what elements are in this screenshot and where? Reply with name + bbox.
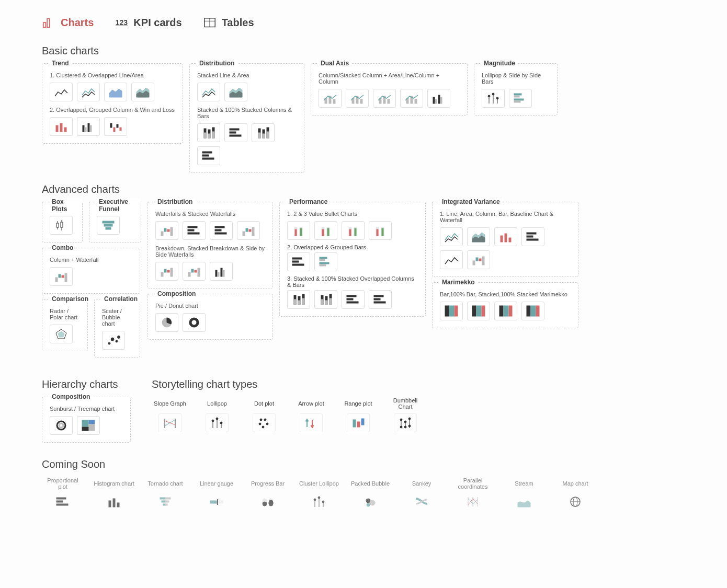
chart-overlapped-line[interactable] (77, 83, 100, 101)
chart-variance-waterfall[interactable] (467, 250, 490, 269)
chart-100stacked-overlapped-bar[interactable] (369, 290, 392, 309)
chart-variance-bar[interactable] (521, 227, 544, 246)
chart-overlapped-area[interactable] (131, 83, 154, 101)
coming-item-label: Tornado chart (144, 477, 186, 490)
coming-item-icon (154, 492, 177, 511)
group-magnitude: Magnitude Lollipop & Side by Side Bars (474, 63, 558, 116)
chart-breakdown-waterfall[interactable] (155, 262, 178, 281)
group-performance-title: Performance (286, 198, 331, 205)
story-item-3[interactable]: Arrow plot (293, 397, 330, 432)
group-magnitude-title: Magnitude (481, 60, 518, 67)
tab-charts[interactable]: Charts (42, 16, 94, 29)
group-performance-sub1: 1. 2 & 3 Value Bullet Charts (287, 211, 418, 217)
group-exec-funnel-title: Executive Funnel (96, 198, 141, 213)
chart-box-plot[interactable] (50, 216, 73, 235)
tab-tables[interactable]: Tables (203, 16, 254, 29)
group-basic-distribution-title: Distribution (196, 60, 237, 67)
chart-marimekko-stacked[interactable] (494, 302, 517, 320)
chart-overlapped-bar[interactable] (287, 252, 310, 271)
main-tabs: Charts 123 KPI cards Tables (42, 16, 685, 29)
coming-item-3: Linear gauge (196, 477, 237, 511)
story-item-5[interactable]: Dumbbell Chart (387, 397, 424, 432)
coming-item-10: Map chart (554, 477, 596, 511)
chart-sidebyside-waterfall[interactable] (210, 262, 233, 281)
chart-variance-area[interactable] (467, 227, 490, 246)
chart-scatter-bubble[interactable] (102, 331, 125, 350)
group-adv-distribution-title: Distribution (154, 198, 196, 205)
chart-column-area[interactable] (319, 89, 342, 108)
coming-item-icon (564, 492, 587, 511)
chart-marimekko-bar[interactable] (440, 302, 463, 320)
chart-stacked-column[interactable] (197, 123, 220, 142)
svg-rect-117 (43, 22, 46, 27)
group-dual-axis-sub1: Column/Stacked Column + Area/Line/Column… (319, 72, 460, 85)
chart-stacked-overlapped-col[interactable] (287, 290, 310, 309)
tab-kpi[interactable]: 123 KPI cards (115, 16, 181, 29)
chart-treemap[interactable] (77, 416, 100, 435)
story-item-0[interactable]: Slope Graph (152, 397, 188, 432)
chart-marimekko-100stacked[interactable] (521, 302, 544, 320)
coming-item-5: Cluster Lollipop (298, 477, 340, 511)
coming-item-6: Packed Bubble (349, 477, 391, 511)
coming-item-label: Cluster Lollipop (298, 477, 340, 490)
chart-stacked-waterfall[interactable] (237, 221, 260, 240)
chart-marimekko-100bar[interactable] (467, 302, 490, 320)
chart-variance-baseline[interactable] (440, 250, 463, 269)
story-item-2[interactable]: Dot plot (246, 397, 282, 432)
chart-bullet-4[interactable] (369, 221, 392, 240)
chart-stacked-area[interactable] (224, 83, 247, 101)
coming-item-icon (461, 492, 484, 511)
chart-grouped-bar[interactable] (314, 252, 337, 271)
group-combo-title: Combo (49, 244, 76, 251)
chart-clustered-line[interactable] (50, 83, 73, 101)
chart-win-loss[interactable] (104, 117, 127, 136)
chart-bullet-1[interactable] (287, 221, 310, 240)
chart-stacked-overlapped-bar[interactable] (342, 290, 365, 309)
chart-variance-line[interactable] (440, 227, 463, 246)
chart-100-stacked-bar[interactable] (197, 146, 220, 165)
group-dual-axis-title: Dual Axis (317, 60, 352, 67)
chart-stacked-line[interactable] (197, 83, 220, 101)
chart-stacked-bar[interactable] (224, 123, 247, 142)
story-item-4[interactable]: Range plot (340, 397, 377, 432)
group-comparison-sub1: Radar / Polar chart (50, 308, 80, 320)
group-composition-pie-sub1: Pie / Donut chart (155, 303, 265, 309)
group-correlation-sub1: Scater / Bubble chart (102, 308, 132, 327)
chart-radar[interactable] (50, 325, 73, 343)
chart-variance-column[interactable] (494, 227, 517, 246)
chart-column-column[interactable] (427, 89, 450, 108)
chart-stacked-breakdown-waterfall[interactable] (183, 262, 206, 281)
chart-side-by-side-bars[interactable] (509, 89, 532, 108)
chart-sunburst[interactable] (50, 416, 73, 435)
group-exec-funnel: Executive Funnel (89, 202, 141, 243)
chart-column-waterfall[interactable] (50, 267, 73, 286)
chart-waterfall[interactable] (155, 221, 178, 240)
group-marimekko: Marimekko Bar,100% Bar, Stacked,100% Sta… (432, 282, 578, 328)
story-item-label: Arrow plot (293, 397, 330, 410)
chart-overlapped-column[interactable] (50, 117, 73, 136)
group-comparison-title: Comparison (49, 295, 92, 303)
chart-bullet-3[interactable] (342, 221, 365, 240)
chart-bullet-2[interactable] (314, 221, 337, 240)
chart-stacked-waterfall-h[interactable] (210, 221, 233, 240)
coming-item-label: Sankey (401, 477, 442, 490)
chart-pie[interactable] (155, 313, 178, 332)
chart-stacked-column-area[interactable] (373, 89, 396, 108)
group-hierarchy-composition: Composition Sunburst / Treemap chart (42, 397, 131, 443)
chart-column-line[interactable] (346, 89, 369, 108)
story-item-label: Lollipop (199, 397, 235, 410)
chart-100stacked-overlapped-col[interactable] (314, 290, 337, 309)
story-item-label: Slope Graph (152, 397, 188, 410)
chart-donut[interactable] (183, 313, 206, 332)
chart-waterfall-h[interactable] (183, 221, 206, 240)
chart-100-stacked-column[interactable] (252, 123, 275, 142)
chart-grouped-column[interactable] (77, 117, 100, 136)
group-performance-sub2: 2. Overlapped & Grouped Bars (287, 244, 418, 250)
chart-funnel[interactable] (97, 216, 120, 235)
coming-soon-list: Proportional plot Histogram chart Tornad… (42, 477, 685, 511)
chart-lollipop[interactable] (482, 89, 505, 108)
chart-stacked-column-line[interactable] (400, 89, 423, 108)
group-basic-distribution-sub1: Stacked Line & Area (197, 72, 297, 78)
chart-clustered-area[interactable] (104, 83, 127, 101)
story-item-1[interactable]: Lollipop (199, 397, 235, 432)
